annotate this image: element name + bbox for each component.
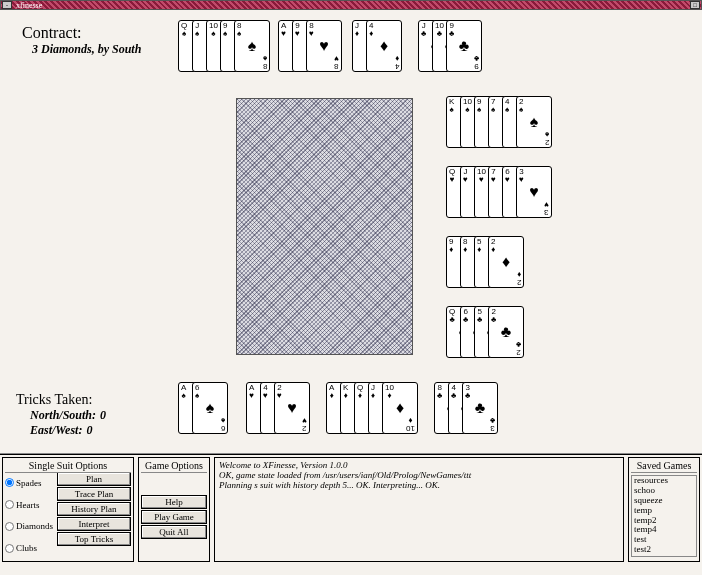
card-fan-diamonds: A♦♦A♦K♦♦K♦Q♦♦Q♦J♦♦J♦10♦♦10♦ <box>326 382 418 434</box>
single-suit-title: Single Suit Options <box>5 460 131 473</box>
game-options-panel: Game Options HelpPlay GameQuit All <box>138 457 210 562</box>
playing-card[interactable]: 2♣♣2♣ <box>488 306 524 358</box>
saved-games-list[interactable]: resourcesschoosqueezetemptemp2temp4testt… <box>631 475 697 557</box>
suit-radio-clubs[interactable]: Clubs <box>5 543 57 553</box>
card-fan-clubs: Q♣♣Q♣6♣♣6♣5♣♣5♣2♣♣2♣ <box>446 306 524 358</box>
top-tricks-button[interactable]: Top Tricks <box>57 532 131 546</box>
card-fan-clubs: 8♣♣8♣4♣♣4♣3♣♣3♣ <box>434 382 498 434</box>
playing-card[interactable]: 3♥♥3♥ <box>516 166 552 218</box>
suit-radio-diamonds[interactable]: Diamonds <box>5 521 57 531</box>
card-fan-hearts: A♥♥A♥4♥♥4♥2♥♥2♥ <box>246 382 310 434</box>
playing-card[interactable]: 9♣♣9♣ <box>446 20 482 72</box>
suit-radio-hearts[interactable]: Hearts <box>5 500 57 510</box>
game-options-title: Game Options <box>141 460 207 473</box>
control-panel-row: Single Suit Options SpadesHeartsDiamonds… <box>0 454 702 564</box>
trace-plan-button[interactable]: Trace Plan <box>57 487 131 501</box>
tricks-block: Tricks Taken: North/South:0 East/West:0 <box>16 392 106 438</box>
tricks-ew-label: East/West: <box>30 423 82 437</box>
history-plan-button[interactable]: History Plan <box>57 502 131 516</box>
card-fan-spades: Q♠♠Q♠J♠♠J♠10♠♠10♠9♠♠9♠8♠♠8♠ <box>178 20 270 72</box>
card-fan-hearts: Q♥♥Q♥J♥♥J♥10♥♥10♥7♥♥7♥6♥♥6♥3♥♥3♥ <box>446 166 552 218</box>
playing-card[interactable]: 2♥♥2♥ <box>274 382 310 434</box>
tricks-label: Tricks Taken: <box>16 392 106 408</box>
tricks-ns-value: 0 <box>100 408 106 422</box>
saved-games-title: Saved Games <box>631 460 697 473</box>
log-line: Welcome to XFinesse, Version 1.0.0 <box>219 460 619 470</box>
playing-card[interactable]: 2♦♦2♦ <box>488 236 524 288</box>
play-area: Contract: 3 Diamonds, by South Tricks Ta… <box>0 10 702 454</box>
contract-value: 3 Diamonds, by South <box>32 42 141 57</box>
contract-label: Contract: <box>22 24 141 42</box>
play-game-button[interactable]: Play Game <box>141 510 207 524</box>
card-fan-clubs: J♣♣J♣10♣♣10♣9♣♣9♣ <box>418 20 482 72</box>
playing-card[interactable]: 3♣♣3♣ <box>462 382 498 434</box>
playing-card[interactable]: 10♦♦10♦ <box>382 382 418 434</box>
suit-radio-spades[interactable]: Spades <box>5 478 57 488</box>
plan-button[interactable]: Plan <box>57 472 131 486</box>
playing-card[interactable]: 4♦♦4♦ <box>366 20 402 72</box>
card-fan-diamonds: 9♦♦9♦8♦♦8♦5♦♦5♦2♦♦2♦ <box>446 236 524 288</box>
system-menu-icon[interactable]: - <box>2 1 12 9</box>
log-line: OK, game state loaded from /usr/users/ia… <box>219 470 619 480</box>
playing-card[interactable]: 6♠♠6♠ <box>192 382 228 434</box>
playing-card[interactable]: 2♠♠2♠ <box>516 96 552 148</box>
log-line: Planning s suit with history depth 5... … <box>219 480 619 490</box>
quit-all-button[interactable]: Quit All <box>141 525 207 539</box>
help-button[interactable]: Help <box>141 495 207 509</box>
saved-games-panel: Saved Games resourcesschoosqueezetemptem… <box>628 457 700 562</box>
title-bar: - xfinesse □ <box>0 0 702 10</box>
log-panel: Welcome to XFinesse, Version 1.0.0OK, ga… <box>214 457 624 562</box>
saved-game-item[interactable]: tignum <box>632 555 696 557</box>
card-fan-spades: K♠♠K♠10♠♠10♠9♠♠9♠7♠♠7♠4♠♠4♠2♠♠2♠ <box>446 96 552 148</box>
card-fan-spades: A♠♠A♠6♠♠6♠ <box>178 382 228 434</box>
playing-card[interactable]: 8♥♥8♥ <box>306 20 342 72</box>
playing-card[interactable]: 8♠♠8♠ <box>234 20 270 72</box>
tricks-ew-value: 0 <box>86 423 92 437</box>
contract-block: Contract: 3 Diamonds, by South <box>22 24 141 57</box>
single-suit-panel: Single Suit Options SpadesHeartsDiamonds… <box>2 457 134 562</box>
maximize-icon[interactable]: □ <box>690 1 700 9</box>
tricks-ns-label: North/South: <box>30 408 96 422</box>
card-fan-hearts: A♥♥A♥9♥♥9♥8♥♥8♥ <box>278 20 342 72</box>
interpret-button[interactable]: Interpret <box>57 517 131 531</box>
deck-pile <box>236 98 413 355</box>
card-fan-diamonds: J♦♦J♦4♦♦4♦ <box>352 20 402 72</box>
window-title: xfinesse <box>16 1 42 10</box>
